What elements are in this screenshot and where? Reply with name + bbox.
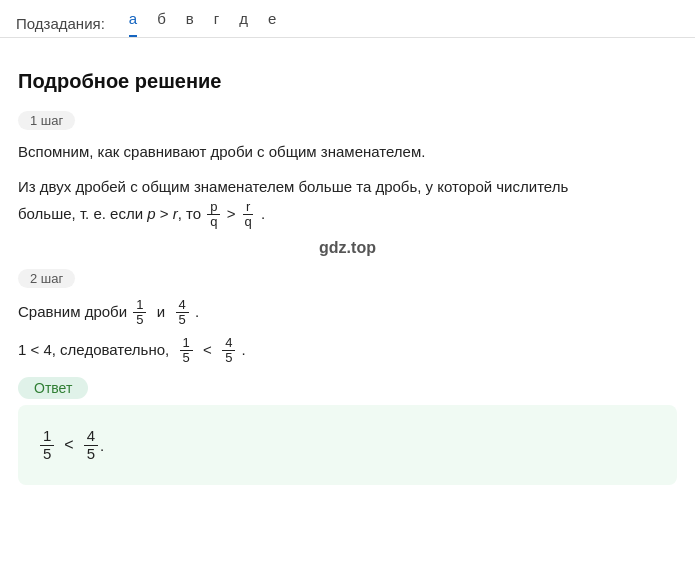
section-title: Подробное решение [18, 70, 677, 93]
step-2-block: 2 шаг Сравним дроби 1 5 и 4 5 . 1 < 4, с… [18, 269, 677, 365]
answer-section: Ответ 1 5 < 4 5 . [18, 377, 677, 501]
tab-d[interactable]: д [239, 10, 248, 37]
frac-4-5-intro: 4 5 [176, 298, 189, 328]
frac-1-5-calc: 1 5 [180, 336, 193, 366]
tab-v[interactable]: в [186, 10, 194, 37]
step-2-badge: 2 шаг [18, 269, 75, 288]
step-2-calc: 1 < 4, следовательно, 1 5 < 4 5 . [18, 336, 677, 366]
tab-e[interactable]: е [268, 10, 276, 37]
main-content: Подробное решение 1 шаг Вспомним, как ср… [0, 38, 695, 501]
watermark: gdz.top [18, 239, 677, 257]
frac-1-5-intro: 1 5 [133, 298, 146, 328]
tab-b[interactable]: б [157, 10, 166, 37]
step-1-detail: Из двух дробей с общим знаменателем боль… [18, 174, 677, 229]
frac-4-5-calc: 4 5 [222, 336, 235, 366]
answer-frac-1-5: 1 5 [40, 428, 54, 462]
step-2-intro: Сравним дроби 1 5 и 4 5 . [18, 298, 677, 328]
answer-badge: Ответ [18, 377, 88, 399]
frac-p-q: p q [207, 200, 220, 230]
answer-box: 1 5 < 4 5 . [18, 405, 677, 485]
tabs-label: Подзадания: [16, 15, 105, 32]
answer-frac-4-5: 4 5 [84, 428, 98, 462]
step-1-intro: Вспомним, как сравнивают дроби с общим з… [18, 140, 677, 164]
step-1-block: 1 шаг Вспомним, как сравнивают дроби с о… [18, 111, 677, 229]
tab-a[interactable]: а [129, 10, 137, 37]
tab-g[interactable]: г [214, 10, 219, 37]
tabs-bar: Подзадания: а б в г д е [0, 0, 695, 38]
step-1-badge: 1 шаг [18, 111, 75, 130]
frac-r-q: r q [242, 200, 255, 230]
